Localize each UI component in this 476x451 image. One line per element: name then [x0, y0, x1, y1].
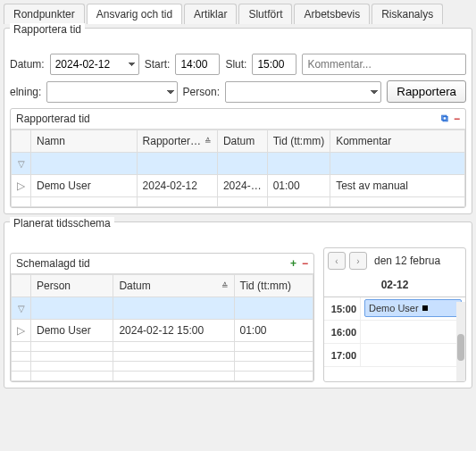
planned-schedule-title: Planerat tidsschema	[10, 217, 114, 230]
reported-time-title: Rapporterad tid	[16, 113, 90, 125]
calendar-date-label: den 12 februa	[374, 255, 440, 267]
rapportera-button[interactable]: Rapportera	[387, 80, 466, 103]
start-label: Start:	[145, 58, 171, 71]
col-rapporterat[interactable]: Rapporter…≙	[137, 130, 217, 153]
slut-input[interactable]	[252, 54, 296, 75]
scheduled-grid: Person Datum≙ Tid (tt:mm) ▽ ▷ Demo User	[11, 274, 313, 381]
time-label: 17:00	[324, 350, 360, 361]
calendar-body: 15:00 Demo User 16:00 17:00	[324, 297, 465, 367]
calendar-event[interactable]: Demo User	[364, 299, 462, 317]
person-label: Person:	[183, 86, 220, 98]
elning-select[interactable]	[46, 81, 177, 103]
table-row[interactable]: ▷ Demo User 2024-02-12 15:00 01:00	[12, 320, 313, 342]
kommentar-input[interactable]	[302, 54, 466, 75]
report-time-title: Rapportera tid	[10, 23, 85, 36]
scroll-thumb[interactable]	[457, 334, 464, 361]
planned-schedule-panel: Planerat tidsschema Schemalagd tid + −	[4, 221, 472, 388]
filter-icon[interactable]: ▽	[18, 304, 25, 313]
col-datum[interactable]: Datum	[217, 130, 267, 153]
reported-time-panel: Rapporterad tid ⧉ − Namn Rapporter…≙ Dat…	[10, 108, 466, 208]
table-row-empty	[12, 372, 313, 381]
calendar-day-header: 02-12	[324, 273, 465, 297]
reported-grid: Namn Rapporter…≙ Datum Tid (tt:mm) Komme…	[11, 129, 465, 207]
sort-icon: ≙	[205, 137, 212, 146]
table-row-empty	[12, 197, 465, 207]
scrollbar[interactable]	[456, 302, 465, 381]
event-marker-icon	[422, 305, 428, 311]
col-namn[interactable]: Namn	[31, 130, 138, 153]
sort-icon: ≙	[221, 281, 229, 290]
time-label: 15:00	[324, 304, 360, 314]
filter-row[interactable]: ▽	[12, 297, 313, 320]
minus-icon[interactable]: −	[302, 257, 308, 270]
next-button[interactable]: ›	[349, 252, 367, 270]
time-label: 16:00	[324, 327, 360, 338]
filter-row[interactable]: ▽	[12, 153, 465, 175]
tab-rondpunkter[interactable]: Rondpunkter	[4, 4, 85, 24]
datum-label: Datum:	[10, 58, 45, 71]
tab-artiklar[interactable]: Artiklar	[184, 4, 237, 24]
expand-icon[interactable]: ▷	[12, 175, 31, 197]
scheduled-time-title: Schemalagd tid	[16, 257, 90, 270]
slut-label: Slut:	[225, 58, 246, 71]
table-row-empty	[12, 352, 313, 362]
elning-label: elning:	[10, 86, 41, 98]
filter-icon[interactable]: ▽	[18, 159, 25, 169]
datum-select[interactable]: 2024-02-12	[50, 54, 139, 75]
table-row-empty	[12, 362, 313, 372]
tabs: Rondpunkter Ansvarig och tid Artiklar Sl…	[4, 4, 472, 24]
col-kommentar[interactable]: Kommentar	[330, 130, 465, 153]
minus-icon[interactable]: −	[454, 113, 460, 125]
tab-arbetsbevis[interactable]: Arbetsbevis	[294, 4, 370, 24]
col-person[interactable]: Person	[31, 275, 113, 297]
prev-button[interactable]: ‹	[328, 252, 346, 270]
plus-icon[interactable]: +	[290, 257, 296, 270]
table-row[interactable]: ▷ Demo User 2024-02-12 2024-… 01:00 Test…	[12, 175, 465, 197]
event-label: Demo User	[369, 303, 419, 313]
person-select[interactable]	[225, 81, 381, 103]
table-row-empty	[12, 342, 313, 352]
col-datum[interactable]: Datum≙	[113, 275, 234, 297]
col-tid[interactable]: Tid (tt:mm)	[267, 130, 330, 153]
tab-riskanalys[interactable]: Riskanalys	[372, 4, 443, 24]
tab-ansvarig[interactable]: Ansvarig och tid	[87, 4, 182, 24]
col-tid[interactable]: Tid (tt:mm)	[234, 275, 313, 297]
start-input[interactable]	[175, 54, 220, 75]
report-time-panel: Rapportera tid Datum: 2024-02-12 Start: …	[4, 28, 472, 214]
copy-icon[interactable]: ⧉	[441, 113, 448, 125]
scheduled-time-panel: Schemalagd tid + − Person Datum≙ Tid (tt…	[10, 253, 314, 382]
expand-icon[interactable]: ▷	[12, 320, 31, 342]
calendar-panel: ‹ › den 12 februa 02-12 15:00 Demo User	[323, 247, 466, 382]
tab-slutfort[interactable]: Slutfört	[238, 4, 292, 24]
